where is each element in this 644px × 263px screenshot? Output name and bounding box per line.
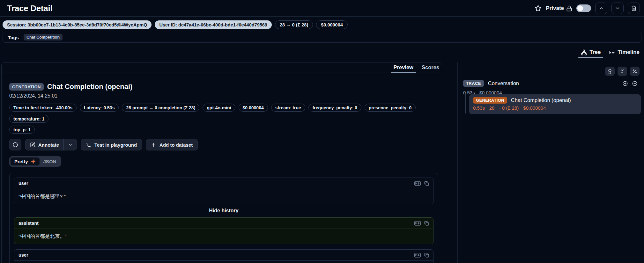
message-role: user <box>19 181 28 186</box>
tag-chat-competition[interactable]: Chat Competition <box>24 34 63 40</box>
tab-scores[interactable]: Scores <box>422 64 439 72</box>
json-label: JSON <box>43 159 56 164</box>
markdown-toggle-icon[interactable] <box>414 221 421 226</box>
generation-type-badge: GENERATION <box>9 83 44 91</box>
panel-splitter[interactable] <box>457 62 458 263</box>
header-actions: Private <box>535 3 640 14</box>
annotate-dropdown-button[interactable] <box>64 139 77 150</box>
metrics-toggle-button[interactable] <box>630 67 640 76</box>
list-tree-icon <box>609 49 615 55</box>
page-title: Trace Detail <box>7 4 52 13</box>
sparkles-icon <box>31 159 36 164</box>
metric-badge: 28 prompt → 0 completion (Σ 28) <box>122 104 199 112</box>
observation-preview-panel: Preview Scores GENERATION Chat Completio… <box>1 62 442 263</box>
comment-button[interactable] <box>9 139 21 150</box>
meta-badges-row: Session: 3bb00ec7-1b13-4c9b-85ee-3d9d70f… <box>3 20 348 29</box>
plus-circle-icon[interactable] <box>622 81 628 86</box>
copy-icon[interactable] <box>424 221 429 226</box>
metric-badge: Time to first token: -430.00s <box>9 104 77 112</box>
generation-node-header: GENERATION Chat Completion (openai) <box>473 97 637 104</box>
bookmark-star-button[interactable] <box>535 5 542 12</box>
dataset-label: Add to dataset <box>159 142 193 148</box>
format-json-segment[interactable]: JSON <box>40 157 60 165</box>
format-toggle: Pretty JSON <box>9 156 61 167</box>
view-tabs: Tree Timeline <box>581 48 640 57</box>
chevron-down-icon <box>68 142 73 147</box>
user-id-badge[interactable]: User ID: dc47a41e-06bc-400d-bde1-f0e440d… <box>155 20 272 29</box>
message-user-2: user "谢谢" <box>14 249 433 263</box>
actions-row: Annotate Test in playground Add to datas… <box>9 139 438 150</box>
delete-trace-button[interactable] <box>628 3 640 14</box>
trace-title[interactable]: Conversation <box>488 80 519 86</box>
hide-history-button[interactable]: Hide history <box>14 208 433 214</box>
generation-type-badge: GENERATION <box>473 97 507 104</box>
privacy-label: Private <box>546 5 564 11</box>
metric-badge: temperature: 1 <box>9 115 48 123</box>
tree-connector-line <box>465 93 466 113</box>
generation-cost: $0.000004 <box>523 105 546 111</box>
collapse-all-button[interactable] <box>618 67 627 76</box>
comment-icon <box>12 142 18 148</box>
copy-icon[interactable] <box>424 253 429 258</box>
tab-timeline[interactable]: Timeline <box>609 48 640 57</box>
messages-container: user "中国的首都是哪里? " Hide history assistant <box>9 173 438 263</box>
observation-title: Chat Completion (openai) <box>47 83 133 91</box>
message-role: assistant <box>19 221 39 226</box>
edit-icon <box>30 142 35 148</box>
generation-node-stats: 0.53s 28 → 0 (Σ 28) $0.000004 <box>473 105 637 111</box>
chevrons-down-up-icon <box>620 69 625 74</box>
metric-badges-row-2: top_p: 1 <box>9 126 438 134</box>
tree-toolbar <box>605 67 640 76</box>
lock-icon <box>566 5 572 11</box>
pretty-label: Pretty <box>14 159 28 164</box>
message-header: assistant <box>14 218 433 229</box>
metric-badge: frequency_penalty: 0 <box>308 104 361 112</box>
test-in-playground-button[interactable]: Test in playground <box>81 139 142 150</box>
tab-preview[interactable]: Preview <box>394 64 413 72</box>
message-assistant: assistant "中国的首都是北京。" <box>14 217 433 244</box>
award-icon <box>607 69 612 74</box>
observation-timestamp: 02/12/2024, 14:25:01 <box>9 93 438 99</box>
markdown-toggle-icon[interactable] <box>414 253 421 258</box>
copy-icon[interactable] <box>424 181 429 186</box>
annotate-split-button: Annotate <box>25 139 77 150</box>
scores-toggle-button[interactable] <box>605 67 615 76</box>
session-badge[interactable]: Session: 3bb00ec7-1b13-4c9b-85ee-3d9d70f… <box>3 20 152 29</box>
add-to-dataset-button[interactable]: Add to dataset <box>146 139 198 150</box>
metric-badge: Latency: 0.53s <box>80 104 119 112</box>
cost-badge: $0.000004 <box>316 20 348 29</box>
token-usage-badge: 28 → 0 (Σ 28) <box>275 20 313 29</box>
annotate-label: Annotate <box>38 142 59 148</box>
tree-icon <box>581 49 587 55</box>
annotate-button[interactable]: Annotate <box>26 139 63 150</box>
message-content: "中国的首都是北京。" <box>14 229 433 244</box>
message-tools <box>414 181 429 186</box>
tab-tree[interactable]: Tree <box>581 48 601 57</box>
trace-root-node[interactable]: TRACE Conversation <box>463 80 638 87</box>
star-icon <box>535 5 542 12</box>
metric-badge: gpt-4o-mini <box>203 104 235 112</box>
privacy-control: Private <box>546 5 572 11</box>
percent-icon <box>632 69 637 74</box>
app-header: Trace Detail Private <box>0 0 644 17</box>
minus-circle-icon[interactable] <box>632 81 638 86</box>
message-header: user <box>14 178 433 189</box>
metric-badges-row-1: Time to first token: -430.00s Latency: 0… <box>9 104 438 123</box>
trash-icon <box>631 5 637 11</box>
message-user-1: user "中国的首都是哪里? " <box>14 178 433 204</box>
markdown-toggle-icon[interactable] <box>414 181 421 186</box>
previous-trace-button[interactable] <box>595 3 607 14</box>
generation-node-selected[interactable]: GENERATION Chat Completion (openai) 0.53… <box>469 94 641 114</box>
tags-container: Tags Chat Competition <box>3 32 641 43</box>
format-pretty-segment[interactable]: Pretty <box>11 157 40 165</box>
plus-icon <box>151 142 156 148</box>
message-content: "中国的首都是哪里? " <box>14 189 433 204</box>
terminal-icon <box>86 142 91 148</box>
generation-latency: 0.53s <box>473 105 485 111</box>
metric-badge: presence_penalty: 0 <box>365 104 416 112</box>
next-trace-button[interactable] <box>611 3 624 14</box>
preview-panel-body: GENERATION Chat Completion (openai) 02/1… <box>2 72 442 263</box>
public-toggle[interactable] <box>576 4 591 12</box>
tab-timeline-label: Timeline <box>618 49 640 55</box>
chevron-down-icon <box>615 5 620 11</box>
